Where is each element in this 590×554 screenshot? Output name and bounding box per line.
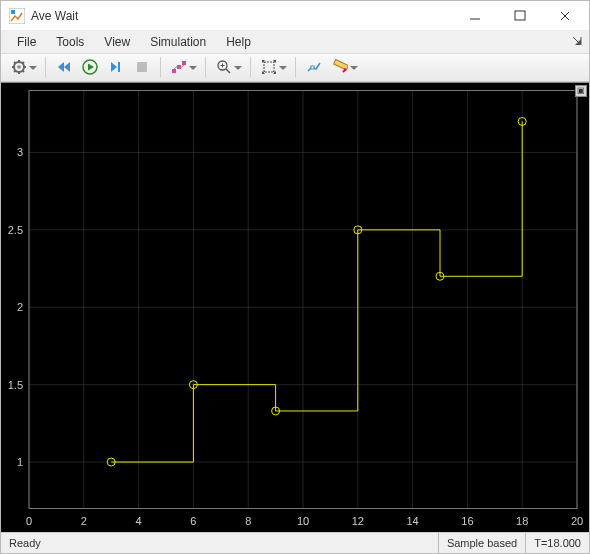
svg-text:1: 1 <box>17 456 23 468</box>
statusbar: Ready Sample based T=18.000 <box>1 532 589 553</box>
close-icon <box>557 8 573 24</box>
app-window: Ave Wait File Tools View Simulation Help <box>0 0 590 554</box>
step-forward-icon <box>108 59 124 75</box>
close-button[interactable] <box>542 1 587 30</box>
svg-rect-21 <box>118 62 120 72</box>
minimize-button[interactable] <box>452 1 497 30</box>
svg-line-14 <box>14 71 16 73</box>
toolbar-separator <box>295 57 296 77</box>
toolbar-separator <box>45 57 46 77</box>
menu-simulation[interactable]: Simulation <box>140 32 216 52</box>
rewind-icon <box>56 59 72 75</box>
svg-text:4: 4 <box>136 515 142 527</box>
measure-button[interactable] <box>328 55 352 79</box>
svg-text:12: 12 <box>352 515 364 527</box>
svg-rect-30 <box>264 62 274 72</box>
svg-rect-1 <box>11 10 15 14</box>
svg-text:8: 8 <box>245 515 251 527</box>
menu-overflow-icon[interactable] <box>573 37 583 47</box>
svg-marker-17 <box>64 62 70 72</box>
svg-marker-19 <box>88 64 94 71</box>
expand-axes-icon[interactable]: ▣ <box>575 85 587 97</box>
plot-canvas: 0246810121416182011.522.53 <box>1 83 589 532</box>
svg-text:3: 3 <box>17 147 23 159</box>
svg-rect-23 <box>172 69 176 73</box>
status-time: T=18.000 <box>525 533 589 553</box>
titlebar: Ave Wait <box>1 1 589 31</box>
svg-line-12 <box>14 62 16 64</box>
step-forward-button[interactable] <box>104 55 128 79</box>
window-title: Ave Wait <box>31 9 452 23</box>
status-ready: Ready <box>1 537 438 549</box>
svg-text:16: 16 <box>461 515 473 527</box>
svg-rect-35 <box>311 66 314 69</box>
svg-point-7 <box>17 66 21 70</box>
cursor-button[interactable] <box>302 55 326 79</box>
svg-marker-20 <box>111 62 117 72</box>
scope-plot[interactable]: ▣ 0246810121416182011.522.53 <box>1 82 589 532</box>
toolbar-separator <box>205 57 206 77</box>
menu-view[interactable]: View <box>94 32 140 52</box>
svg-rect-36 <box>334 60 348 70</box>
svg-text:18: 18 <box>516 515 528 527</box>
toolbar <box>1 54 589 82</box>
svg-line-13 <box>23 71 25 73</box>
stop-button[interactable] <box>130 55 154 79</box>
zoom-in-icon <box>216 59 232 75</box>
settings-button[interactable] <box>7 55 31 79</box>
signal-icon <box>171 59 187 75</box>
autoscale-button[interactable] <box>257 55 281 79</box>
run-button[interactable] <box>78 55 102 79</box>
svg-text:6: 6 <box>190 515 196 527</box>
stop-icon <box>134 59 150 75</box>
svg-text:10: 10 <box>297 515 309 527</box>
svg-line-27 <box>226 69 230 73</box>
svg-rect-25 <box>182 61 186 65</box>
rewind-button[interactable] <box>52 55 76 79</box>
app-icon <box>9 8 25 24</box>
menubar: File Tools View Simulation Help <box>1 31 589 54</box>
maximize-button[interactable] <box>497 1 542 30</box>
svg-text:0: 0 <box>26 515 32 527</box>
svg-text:14: 14 <box>406 515 418 527</box>
cursor-icon <box>306 59 322 75</box>
svg-text:2.5: 2.5 <box>8 224 23 236</box>
gear-icon <box>11 59 27 75</box>
play-icon <box>82 59 98 75</box>
svg-rect-3 <box>515 11 525 20</box>
minimize-icon <box>467 8 483 24</box>
svg-marker-16 <box>58 62 64 72</box>
ruler-icon <box>332 59 348 75</box>
zoom-button[interactable] <box>212 55 236 79</box>
svg-text:1.5: 1.5 <box>8 379 23 391</box>
menu-tools[interactable]: Tools <box>46 32 94 52</box>
maximize-icon <box>512 8 528 24</box>
toolbar-separator <box>250 57 251 77</box>
svg-text:2: 2 <box>81 515 87 527</box>
menu-file[interactable]: File <box>7 32 46 52</box>
svg-line-15 <box>23 62 25 64</box>
autoscale-icon <box>261 59 277 75</box>
menu-help[interactable]: Help <box>216 32 261 52</box>
status-sample-mode: Sample based <box>438 533 525 553</box>
toolbar-separator <box>160 57 161 77</box>
svg-text:2: 2 <box>17 301 23 313</box>
svg-text:20: 20 <box>571 515 583 527</box>
svg-rect-22 <box>137 62 147 72</box>
signal-selector-button[interactable] <box>167 55 191 79</box>
